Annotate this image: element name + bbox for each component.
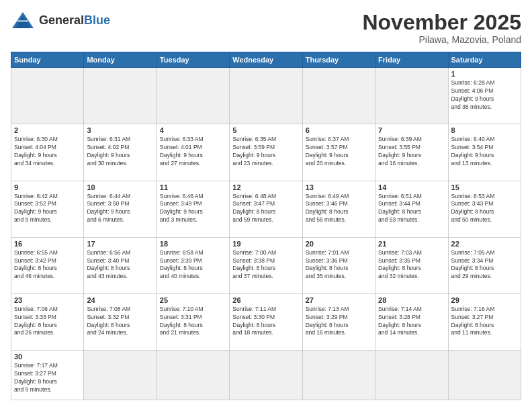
day-info: Sunrise: 6:53 AM Sunset: 3:43 PM Dayligh… — [451, 193, 518, 225]
day-number: 12 — [232, 183, 299, 191]
calendar-cell — [157, 350, 229, 400]
calendar-cell: 20Sunrise: 7:01 AM Sunset: 3:36 PM Dayli… — [302, 237, 375, 293]
day-info: Sunrise: 6:44 AM Sunset: 3:50 PM Dayligh… — [87, 193, 153, 225]
day-number: 16 — [14, 240, 81, 248]
logo-icon — [11, 11, 35, 30]
calendar-cell: 22Sunrise: 7:05 AM Sunset: 3:34 PM Dayli… — [448, 237, 521, 293]
calendar-cell — [448, 350, 521, 400]
col-thursday: Thursday — [302, 52, 375, 68]
col-tuesday: Tuesday — [157, 52, 229, 68]
day-info: Sunrise: 6:49 AM Sunset: 3:46 PM Dayligh… — [306, 193, 372, 225]
calendar-cell — [302, 68, 375, 124]
calendar-cell: 17Sunrise: 6:56 AM Sunset: 3:40 PM Dayli… — [84, 237, 157, 293]
day-info: Sunrise: 7:06 AM Sunset: 3:33 PM Dayligh… — [14, 306, 81, 338]
day-number: 20 — [306, 240, 372, 248]
calendar-cell: 11Sunrise: 6:46 AM Sunset: 3:49 PM Dayli… — [157, 181, 229, 237]
calendar-cell: 23Sunrise: 7:06 AM Sunset: 3:33 PM Dayli… — [11, 293, 84, 350]
logo-text: GeneralBlue — [39, 13, 110, 28]
calendar-cell: 9Sunrise: 6:42 AM Sunset: 3:52 PM Daylig… — [11, 181, 84, 237]
calendar-cell: 5Sunrise: 6:35 AM Sunset: 3:59 PM Daylig… — [230, 124, 302, 181]
day-number: 7 — [378, 126, 445, 134]
day-number: 2 — [14, 126, 81, 134]
calendar-cell: 28Sunrise: 7:14 AM Sunset: 3:28 PM Dayli… — [375, 293, 448, 350]
calendar-cell: 4Sunrise: 6:33 AM Sunset: 4:01 PM Daylig… — [157, 124, 229, 181]
calendar-cell — [11, 68, 84, 124]
calendar-cell: 24Sunrise: 7:08 AM Sunset: 3:32 PM Dayli… — [84, 293, 157, 350]
calendar-cell — [230, 68, 302, 124]
day-number: 27 — [306, 296, 372, 304]
calendar-cell: 30Sunrise: 7:17 AM Sunset: 3:27 PM Dayli… — [11, 350, 84, 400]
day-number: 9 — [14, 183, 81, 191]
calendar-cell: 14Sunrise: 6:51 AM Sunset: 3:44 PM Dayli… — [375, 181, 448, 237]
day-number: 19 — [232, 240, 299, 248]
day-number: 24 — [87, 296, 153, 304]
day-info: Sunrise: 6:51 AM Sunset: 3:44 PM Dayligh… — [378, 193, 445, 225]
day-info: Sunrise: 7:16 AM Sunset: 3:27 PM Dayligh… — [451, 306, 518, 338]
day-number: 5 — [232, 126, 299, 134]
header: GeneralBlue November 2025 Pilawa, Mazovi… — [11, 11, 521, 45]
day-info: Sunrise: 7:05 AM Sunset: 3:34 PM Dayligh… — [451, 249, 518, 281]
calendar-cell — [84, 350, 157, 400]
logo: GeneralBlue — [11, 11, 110, 30]
day-info: Sunrise: 6:42 AM Sunset: 3:52 PM Dayligh… — [14, 193, 81, 225]
day-info: Sunrise: 6:56 AM Sunset: 3:40 PM Dayligh… — [87, 249, 153, 281]
day-number: 17 — [87, 240, 153, 248]
day-number: 22 — [451, 240, 518, 248]
day-number: 3 — [87, 126, 153, 134]
calendar-cell: 18Sunrise: 6:58 AM Sunset: 3:39 PM Dayli… — [157, 237, 229, 293]
calendar-cell: 13Sunrise: 6:49 AM Sunset: 3:46 PM Dayli… — [302, 181, 375, 237]
calendar-cell — [375, 68, 448, 124]
calendar-cell — [230, 350, 302, 400]
calendar-cell: 29Sunrise: 7:16 AM Sunset: 3:27 PM Dayli… — [448, 293, 521, 350]
calendar-cell: 27Sunrise: 7:13 AM Sunset: 3:29 PM Dayli… — [302, 293, 375, 350]
day-number: 26 — [232, 296, 299, 304]
col-wednesday: Wednesday — [230, 52, 302, 68]
day-info: Sunrise: 6:35 AM Sunset: 3:59 PM Dayligh… — [232, 136, 299, 168]
calendar-cell: 19Sunrise: 7:00 AM Sunset: 3:38 PM Dayli… — [230, 237, 302, 293]
col-saturday: Saturday — [448, 52, 521, 68]
day-number: 21 — [378, 240, 445, 248]
calendar-cell — [375, 350, 448, 400]
calendar-cell: 2Sunrise: 6:30 AM Sunset: 4:04 PM Daylig… — [11, 124, 84, 181]
day-number: 1 — [451, 70, 518, 78]
calendar-week-row: 9Sunrise: 6:42 AM Sunset: 3:52 PM Daylig… — [11, 181, 521, 237]
calendar-cell: 12Sunrise: 6:48 AM Sunset: 3:47 PM Dayli… — [230, 181, 302, 237]
day-info: Sunrise: 6:28 AM Sunset: 4:06 PM Dayligh… — [451, 79, 518, 111]
day-info: Sunrise: 7:10 AM Sunset: 3:31 PM Dayligh… — [160, 306, 226, 338]
day-number: 30 — [14, 353, 81, 361]
day-info: Sunrise: 7:11 AM Sunset: 3:30 PM Dayligh… — [232, 306, 299, 338]
calendar-cell: 10Sunrise: 6:44 AM Sunset: 3:50 PM Dayli… — [84, 181, 157, 237]
day-number: 28 — [378, 296, 445, 304]
day-info: Sunrise: 7:03 AM Sunset: 3:35 PM Dayligh… — [378, 249, 445, 281]
day-info: Sunrise: 6:46 AM Sunset: 3:49 PM Dayligh… — [160, 193, 226, 225]
day-number: 18 — [160, 240, 226, 248]
calendar-cell: 21Sunrise: 7:03 AM Sunset: 3:35 PM Dayli… — [375, 237, 448, 293]
col-sunday: Sunday — [11, 52, 84, 68]
title-block: November 2025 Pilawa, Mazovia, Poland — [362, 11, 521, 45]
day-info: Sunrise: 7:14 AM Sunset: 3:28 PM Dayligh… — [378, 306, 445, 338]
day-info: Sunrise: 7:08 AM Sunset: 3:32 PM Dayligh… — [87, 306, 153, 338]
calendar-cell: 26Sunrise: 7:11 AM Sunset: 3:30 PM Dayli… — [230, 293, 302, 350]
day-number: 23 — [14, 296, 81, 304]
calendar-week-row: 2Sunrise: 6:30 AM Sunset: 4:04 PM Daylig… — [11, 124, 521, 181]
day-info: Sunrise: 7:00 AM Sunset: 3:38 PM Dayligh… — [232, 249, 299, 281]
calendar-week-row: 23Sunrise: 7:06 AM Sunset: 3:33 PM Dayli… — [11, 293, 521, 350]
day-info: Sunrise: 7:01 AM Sunset: 3:36 PM Dayligh… — [306, 249, 372, 281]
calendar-table: Sunday Monday Tuesday Wednesday Thursday… — [11, 52, 521, 400]
day-number: 4 — [160, 126, 226, 134]
day-info: Sunrise: 7:13 AM Sunset: 3:29 PM Dayligh… — [306, 306, 372, 338]
day-info: Sunrise: 6:33 AM Sunset: 4:01 PM Dayligh… — [160, 136, 226, 168]
day-number: 8 — [451, 126, 518, 134]
day-info: Sunrise: 7:17 AM Sunset: 3:27 PM Dayligh… — [14, 362, 81, 394]
day-number: 14 — [378, 183, 445, 191]
calendar-week-row: 30Sunrise: 7:17 AM Sunset: 3:27 PM Dayli… — [11, 350, 521, 400]
day-info: Sunrise: 6:48 AM Sunset: 3:47 PM Dayligh… — [232, 193, 299, 225]
calendar-cell: 25Sunrise: 7:10 AM Sunset: 3:31 PM Dayli… — [157, 293, 229, 350]
calendar-cell: 8Sunrise: 6:40 AM Sunset: 3:54 PM Daylig… — [448, 124, 521, 181]
calendar-cell: 1Sunrise: 6:28 AM Sunset: 4:06 PM Daylig… — [448, 68, 521, 124]
day-info: Sunrise: 6:58 AM Sunset: 3:39 PM Dayligh… — [160, 249, 226, 281]
day-number: 25 — [160, 296, 226, 304]
day-number: 6 — [306, 126, 372, 134]
day-number: 10 — [87, 183, 153, 191]
calendar-cell: 6Sunrise: 6:37 AM Sunset: 3:57 PM Daylig… — [302, 124, 375, 181]
